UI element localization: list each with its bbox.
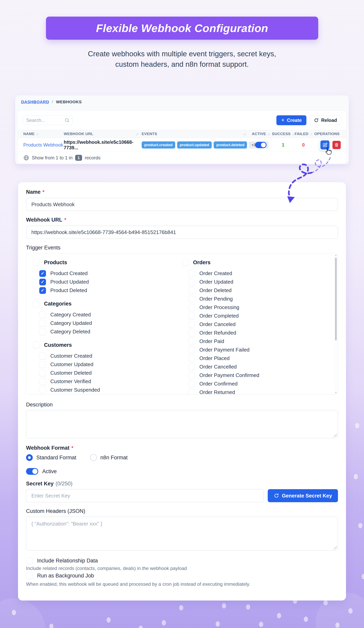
event-checkbox-row[interactable]: Category Created	[39, 311, 182, 319]
event-checkbox-row[interactable]: Category Deleted	[39, 327, 182, 336]
sort-icon[interactable]: ↓↑	[136, 132, 138, 136]
column-header-failed[interactable]: FAILED↓↑	[294, 132, 313, 136]
event-checkbox-row[interactable]: Order Payment Failed	[188, 346, 331, 354]
checkbox[interactable]	[33, 342, 40, 348]
radio-unselected-icon[interactable]	[90, 454, 97, 461]
checkbox[interactable]	[39, 378, 46, 385]
event-checkbox-row[interactable]: Order Pending	[188, 295, 331, 303]
event-checkbox-row[interactable]: Customers	[33, 341, 182, 349]
description-textarea[interactable]	[26, 410, 338, 438]
checkbox[interactable]	[39, 370, 46, 376]
event-checkbox-row[interactable]: Order Canceled	[188, 320, 331, 329]
event-checkbox-row[interactable]: Order Updated	[188, 278, 331, 286]
scrollbar-thumb[interactable]	[335, 257, 337, 340]
event-checkbox-row[interactable]: Order Deleted	[188, 286, 331, 295]
checkbox-checked[interactable]: ✓	[39, 287, 46, 294]
column-header-webhook-url[interactable]: WEBHOOK URL↓↑	[64, 132, 142, 136]
checkbox[interactable]	[188, 287, 195, 294]
event-checkbox-row[interactable]: Order Paid	[188, 337, 331, 346]
sort-icon[interactable]: ↓↑	[268, 132, 270, 136]
event-checkbox-row[interactable]: Order Processing	[188, 303, 331, 312]
event-checkbox-row[interactable]: ✓Product Created	[39, 269, 182, 278]
checkbox[interactable]	[39, 387, 46, 393]
event-checkbox-row[interactable]: Order Completed	[188, 312, 331, 320]
checkbox[interactable]	[188, 372, 195, 379]
checkbox[interactable]	[188, 364, 195, 370]
reload-button[interactable]: Reload	[309, 115, 341, 125]
sort-icon[interactable]: ↓↑	[36, 132, 39, 136]
checkbox[interactable]	[39, 328, 46, 335]
search-input[interactable]	[26, 118, 64, 123]
checkbox[interactable]	[188, 338, 195, 345]
checkbox[interactable]	[39, 353, 46, 359]
radio-selected-icon[interactable]	[26, 454, 33, 461]
active-toggle[interactable]	[255, 142, 267, 148]
active-toggle[interactable]	[26, 468, 38, 475]
generate-secret-key-button[interactable]: Generate Secret Key	[268, 489, 338, 502]
sort-icon[interactable]: ↓↑	[243, 132, 246, 136]
checkbox[interactable]	[188, 355, 195, 362]
checkbox[interactable]	[26, 557, 33, 564]
radio-standard-format[interactable]: Standard Format	[26, 454, 76, 461]
checkbox[interactable]	[188, 347, 195, 353]
scrollbar[interactable]: ▲ ▼	[334, 254, 338, 394]
webhook-url-input[interactable]	[26, 226, 338, 239]
event-checkbox-row[interactable]: Order Placed	[188, 354, 331, 363]
column-header-name[interactable]: NAME↓↑	[23, 132, 64, 136]
checkbox[interactable]	[188, 279, 195, 285]
event-checkbox-row[interactable]: ✓Product Deleted	[39, 286, 182, 295]
checkbox[interactable]	[182, 259, 189, 266]
checkbox[interactable]	[188, 313, 195, 319]
webhook-name-link[interactable]: Products Webhook	[23, 142, 63, 148]
event-checkbox-row[interactable]: Categories	[33, 299, 182, 308]
delete-button[interactable]	[332, 141, 341, 149]
event-checkbox-row[interactable]: ✓Product Updated	[39, 278, 182, 286]
checkbox[interactable]	[188, 296, 195, 302]
sort-icon[interactable]: ↓↑	[310, 132, 312, 136]
event-checkbox-row[interactable]: Order Payment Confirmed	[188, 371, 331, 380]
checkbox[interactable]	[188, 330, 195, 336]
resize-handle-icon[interactable]	[333, 546, 337, 550]
checkbox-checked[interactable]: ✓	[39, 279, 46, 285]
event-checkbox-row[interactable]: Order Created	[188, 269, 331, 278]
checkbox[interactable]	[188, 304, 195, 311]
event-checkbox-row[interactable]: Customer Email Verified	[39, 394, 182, 394]
checkbox[interactable]	[39, 320, 46, 327]
breadcrumb-dashboard-link[interactable]: DASHBOARD	[21, 99, 49, 104]
scroll-down-arrow[interactable]: ▼	[335, 391, 337, 394]
background-job-checkbox-row[interactable]: Run as Background Job	[26, 572, 338, 579]
include-relationship-checkbox-row[interactable]: Include Relationship Data	[26, 557, 338, 564]
radio-n8n-format[interactable]: n8n Format	[90, 454, 128, 461]
event-checkbox-row[interactable]: Customer Verified	[39, 377, 182, 386]
event-checkbox-row[interactable]: Order Returned	[188, 388, 331, 394]
checkbox[interactable]	[33, 259, 40, 266]
event-checkbox-row[interactable]: Customer Created	[39, 352, 182, 360]
event-checkbox-row[interactable]: Customer Deleted	[39, 369, 182, 377]
checkbox[interactable]	[188, 321, 195, 328]
event-checkbox-row[interactable]: Category Updated	[39, 319, 182, 327]
create-button[interactable]: + Create	[276, 115, 306, 125]
checkbox[interactable]	[33, 300, 40, 307]
checkbox[interactable]	[26, 572, 33, 579]
checkbox[interactable]	[188, 270, 195, 277]
checkbox-checked[interactable]: ✓	[39, 270, 46, 277]
secret-key-input[interactable]	[26, 489, 264, 502]
event-checkbox-row[interactable]: Order Confirmed	[188, 380, 331, 388]
column-header-events[interactable]: EVENTS↓↑	[142, 132, 249, 136]
event-checkbox-row[interactable]: Orders	[182, 258, 331, 267]
event-checkbox-row[interactable]: Customer Updated	[39, 360, 182, 369]
event-checkbox-row[interactable]: Order Refunded	[188, 329, 331, 337]
column-header-success[interactable]: SUCCESS↓↑	[272, 132, 294, 136]
checkbox[interactable]	[39, 312, 46, 318]
search-box[interactable]	[23, 116, 73, 125]
event-checkbox-row[interactable]: Customer Suspended	[39, 386, 182, 394]
scroll-up-arrow[interactable]: ▲	[335, 254, 337, 257]
checkbox[interactable]	[188, 381, 195, 387]
checkbox[interactable]	[39, 361, 46, 368]
event-checkbox-row[interactable]: Order Cancelled	[188, 363, 331, 371]
column-header-active[interactable]: ACTIVE↓↑	[249, 132, 272, 136]
custom-headers-textarea[interactable]	[26, 517, 338, 550]
resize-handle-icon[interactable]	[333, 433, 337, 437]
checkbox[interactable]	[188, 389, 195, 395]
event-checkbox-row[interactable]: Products	[33, 258, 182, 267]
